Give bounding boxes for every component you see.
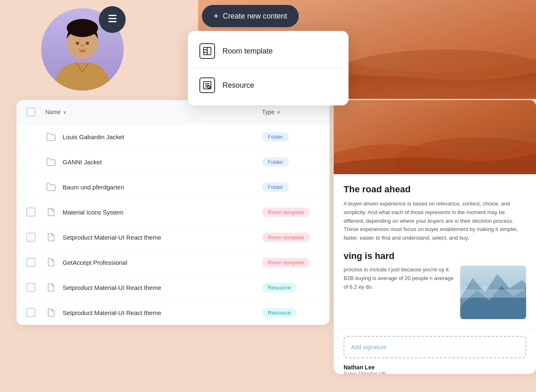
row-name: GANNI Jacket <box>63 159 262 166</box>
article-panel: The road ahead A buyer-driven experience… <box>334 100 536 374</box>
type-sort-icon: ∨ <box>277 110 280 115</box>
article-subtitle: ving is hard <box>344 251 526 261</box>
badge: Folder <box>262 132 289 142</box>
row-name: Setproduct Material-UI React theme <box>63 284 262 291</box>
article-desert-image <box>334 100 536 174</box>
svg-line-20 <box>210 88 211 89</box>
resource-icon <box>202 80 212 90</box>
select-all-checkbox[interactable] <box>26 107 35 117</box>
row-checkbox[interactable] <box>26 208 35 217</box>
plus-icon: + <box>213 11 219 21</box>
resource-icon-wrapper <box>199 77 215 93</box>
name-sort-icon: ∨ <box>63 110 66 115</box>
article-content-row: process to include t just because you're… <box>344 266 526 319</box>
stack-icon <box>107 13 118 27</box>
table-row[interactable]: GetAccept Professional Room template <box>16 250 330 275</box>
column-type[interactable]: Type ∨ <box>262 109 320 115</box>
file-icon <box>45 231 57 243</box>
badge: Room template <box>262 208 310 217</box>
row-name: GetAccept Professional <box>63 259 262 266</box>
row-name: Baum und pferdgarten <box>63 184 262 191</box>
row-type-badge: Resource <box>262 283 320 292</box>
folder-icon <box>45 181 57 193</box>
room-template-icon <box>202 46 212 56</box>
signer-name: Nathan Lee <box>344 364 526 371</box>
svg-point-4 <box>67 19 98 37</box>
row-type-badge: Room template <box>262 233 320 242</box>
svg-point-19 <box>208 86 210 88</box>
table-row[interactable]: Material Icons System Room template <box>16 200 330 225</box>
article-text-col: process to include t just because you're… <box>344 266 454 291</box>
room-template-icon-wrapper <box>199 43 215 59</box>
signer-title: Sales Director UK <box>344 371 526 374</box>
content-table: Name ∨ Type ∨ Louis Gabardin Jacket Fold… <box>16 100 330 325</box>
badge: Folder <box>262 182 289 192</box>
row-checkbox[interactable] <box>26 308 35 317</box>
svg-rect-8 <box>108 15 117 16</box>
table-row[interactable]: Setproduct Material-UI React theme Room … <box>16 225 330 250</box>
row-type-badge: Resource <box>262 308 320 317</box>
row-checkbox[interactable] <box>26 258 35 267</box>
badge: Resource <box>262 283 297 292</box>
table-row[interactable]: Baum und pferdgarten Folder <box>16 175 330 200</box>
row-type-badge: Folder <box>262 182 320 192</box>
create-button-label: Create new content <box>223 12 287 21</box>
row-name: Setproduct Material-UI React theme <box>63 309 262 316</box>
avatar-container <box>41 8 124 91</box>
create-new-content-button[interactable]: + Create new content <box>202 5 299 27</box>
table-row[interactable]: Setproduct Material-UI React theme Resou… <box>16 275 330 300</box>
svg-rect-25 <box>460 289 526 298</box>
badge: Room template <box>262 233 310 242</box>
signature-box[interactable]: Add signature <box>344 336 526 358</box>
dropdown-menu: Room template Resource <box>188 31 349 105</box>
badge: Resource <box>262 308 297 317</box>
table-row[interactable]: Setproduct Material-UI React theme Resou… <box>16 300 330 325</box>
mountain-image <box>460 266 526 319</box>
row-name: Setproduct Material-UI React theme <box>63 234 262 241</box>
row-type-badge: Folder <box>262 132 320 142</box>
article-body: The road ahead A buyer-driven experience… <box>334 174 536 329</box>
badge: Folder <box>262 157 289 167</box>
file-icon <box>45 257 57 268</box>
menu-divider <box>188 68 349 68</box>
folder-icon <box>45 156 57 168</box>
badge: Room template <box>262 258 310 267</box>
row-name: Louis Gabardin Jacket <box>63 133 262 140</box>
row-checkbox[interactable] <box>26 233 35 242</box>
subtitle-text: ving is hard <box>344 251 394 261</box>
svg-rect-10 <box>108 21 117 22</box>
stack-badge <box>99 6 126 33</box>
col-name-label: Name <box>45 109 61 115</box>
svg-point-5 <box>76 42 79 45</box>
more-options-icon[interactable]: ··· <box>522 102 531 111</box>
row-name: Material Icons System <box>63 209 262 216</box>
article-body-text: A buyer-driven experience is based on re… <box>344 200 526 243</box>
signature-label: Add signature <box>351 344 386 350</box>
svg-point-6 <box>86 42 89 45</box>
table-row[interactable]: GANNI Jacket Folder <box>16 149 330 175</box>
room-template-label: Room template <box>222 47 273 56</box>
col-type-label: Type <box>262 109 274 115</box>
row-checkbox[interactable] <box>26 283 35 292</box>
article-title: The road ahead <box>344 184 526 195</box>
svg-rect-7 <box>80 44 84 47</box>
row-type-badge: Folder <box>262 157 320 167</box>
file-icon <box>45 307 57 318</box>
row-type-badge: Room template <box>262 208 320 217</box>
row-type-badge: Room template <box>262 258 320 267</box>
column-name[interactable]: Name ∨ <box>45 109 262 115</box>
signature-section: Add signature Nathan Lee Sales Director … <box>334 329 536 374</box>
file-icon <box>45 282 57 293</box>
table-row[interactable]: Louis Gabardin Jacket Folder <box>16 124 330 149</box>
dropdown-item-room-template[interactable]: Room template <box>188 36 349 66</box>
svg-rect-9 <box>108 18 117 19</box>
file-icon <box>45 206 57 218</box>
folder-icon <box>45 131 57 142</box>
resource-label: Resource <box>222 81 254 90</box>
dropdown-item-resource[interactable]: Resource <box>188 70 349 100</box>
